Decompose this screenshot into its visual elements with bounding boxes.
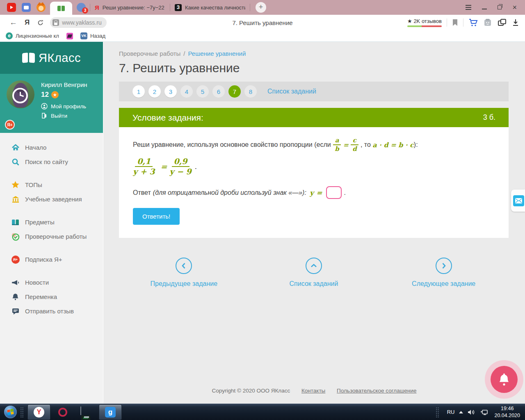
taskbar-clock[interactable]: 19:46 20.04.2020 (494, 405, 520, 419)
gmod-icon: g (105, 407, 116, 418)
answer-input[interactable] (326, 186, 342, 199)
task-8[interactable]: 8 (244, 85, 257, 98)
ya-plus-badge: Я+ (5, 120, 15, 130)
sidebar-menu: Начало Поиск по сайту ТОПы Учебные завед… (0, 133, 103, 318)
task-6[interactable]: 6 (212, 85, 225, 98)
taskbar-gmod[interactable]: g (99, 404, 122, 420)
start-button[interactable] (4, 406, 17, 418)
sidebar-item-news[interactable]: Новости (0, 275, 103, 290)
taskbar-opera-gx[interactable] (51, 404, 74, 420)
sidebar-item-feedback[interactable]: Отправить отзыв (0, 304, 103, 318)
bell-icon (498, 373, 510, 386)
tab-znanija[interactable]: З Какие качества личности (171, 4, 249, 11)
notification-bell-halo (485, 360, 523, 399)
yandex-browser-icon: Y (34, 407, 44, 418)
close-icon[interactable]: × (512, 5, 517, 10)
page-footer: Copyright © 2020 ООО ЯКласс Контакты Пол… (103, 388, 525, 394)
equation: 0,1y + 3 = 0,9y − 9 . (133, 157, 495, 177)
messenger-pinned-tab[interactable] (22, 3, 31, 12)
proportion-fraction-2: cd (351, 137, 358, 153)
subjects-icon (11, 218, 20, 226)
chevron-right-icon (441, 262, 447, 269)
bell-icon (11, 293, 19, 301)
previous-task-button[interactable]: Предыдущее задание (119, 258, 249, 288)
star-icon: ★ (407, 18, 412, 24)
services-icon[interactable] (483, 18, 492, 27)
task-2[interactable]: 2 (148, 85, 161, 98)
system-tray: RU 19:46 20.04.2020 (432, 405, 525, 419)
tray-expand-icon[interactable] (459, 411, 463, 413)
task-5[interactable]: 5 (196, 85, 209, 98)
answer-row: Ответ (для отрицательной дроби используй… (133, 186, 495, 199)
yaklass-logo[interactable]: ЯКласс (0, 42, 103, 74)
envelope-icon (515, 198, 522, 203)
profile-icon (41, 103, 48, 110)
clock-overlay-icon (12, 88, 28, 103)
cart-icon[interactable] (468, 18, 478, 27)
bookmark-flag-icon[interactable] (452, 19, 458, 26)
reviews-label: 2K отзывов (413, 18, 442, 24)
feedback-tab[interactable] (511, 189, 525, 212)
contacts-link[interactable]: Контакты (301, 388, 325, 394)
logout-link[interactable]: Выйти (41, 112, 87, 119)
bookmark-back[interactable]: VK Назад (80, 32, 105, 39)
back-icon[interactable]: ← (9, 18, 17, 27)
sidebar-item-institutions[interactable]: Учебные заведения (0, 192, 103, 206)
task-list-link[interactable]: Список заданий (267, 88, 316, 95)
user-level: 12 (41, 91, 49, 99)
fox-pinned-tab[interactable] (37, 3, 46, 12)
vk-icon: VK (80, 32, 87, 39)
sidebar-item-home[interactable]: Начало (0, 140, 103, 155)
refresh-icon[interactable] (37, 19, 44, 26)
sidebar-item-subscription[interactable]: Я+ Подписка Я+ (0, 252, 103, 267)
chat-icon (24, 6, 29, 9)
level-star-icon: ★ (51, 91, 59, 98)
sidebar-item-tests[interactable]: Проверочные работы (0, 229, 103, 244)
task-7-active[interactable]: 7 (228, 85, 241, 98)
new-tab-button[interactable]: + (256, 2, 266, 13)
next-task-button[interactable]: Следующее задание (379, 258, 509, 288)
restore-icon[interactable] (498, 5, 502, 9)
notifications-pinned-tab[interactable]: 3 (77, 3, 86, 12)
search-icon (11, 158, 20, 166)
task-list-button[interactable]: Список заданий (249, 258, 379, 288)
yandex-home-icon[interactable]: Я (25, 18, 30, 27)
sidebar-item-search[interactable]: Поиск по сайту (0, 155, 103, 169)
youtube-pinned-tab[interactable] (7, 3, 16, 12)
site-reviews[interactable]: ★ 2K отзывов (407, 18, 442, 27)
agreement-link[interactable]: Пользовательское соглашение (337, 388, 416, 394)
volume-icon[interactable] (468, 409, 475, 415)
taskbar-yandex-browser[interactable]: Y (27, 404, 50, 420)
bookmark-licensed[interactable]: e Лицензионные кл (6, 32, 59, 39)
network-icon[interactable] (480, 409, 488, 415)
task-4[interactable]: 4 (180, 85, 193, 98)
windows-logo-icon (7, 409, 14, 415)
taskbar-system-monitor[interactable]: AIM (75, 404, 98, 420)
task-1[interactable]: 1 (132, 85, 145, 98)
breadcrumb-current-link[interactable]: Решение уравнений (188, 50, 246, 57)
yaklass-active-tab[interactable] (50, 2, 72, 15)
bookmark-pink[interactable] (66, 33, 73, 39)
submit-button[interactable]: Ответить! (133, 208, 180, 225)
ya-plus-icon: Я+ (11, 256, 20, 264)
lock-icon (52, 19, 59, 26)
my-profile-link[interactable]: Мой профиль (41, 103, 87, 110)
url-field[interactable]: www.yaklass.ru (50, 17, 106, 28)
sidebar-item-tops[interactable]: ТОПы (0, 178, 103, 192)
sidebar-item-break[interactable]: Переменка (0, 290, 103, 304)
clock-time: 19:46 (494, 405, 520, 412)
browser-menu-icon[interactable] (466, 5, 471, 10)
book-logo-icon (22, 53, 35, 63)
notification-bell-button[interactable] (491, 366, 518, 393)
sidebar-item-subjects[interactable]: Предметы (0, 215, 103, 229)
task-3[interactable]: 3 (164, 85, 177, 98)
minimize-icon[interactable] (482, 9, 487, 9)
language-indicator[interactable]: RU (447, 409, 455, 415)
tab-equation[interactable]: Я Реши уравнение: −7у−22 (91, 4, 169, 11)
screen: 3 Я Реши уравнение: −7у−22 З Какие качес… (0, 0, 525, 420)
downloads-icon[interactable] (512, 18, 519, 27)
tabs-sync-icon[interactable] (497, 18, 507, 27)
avatar[interactable] (7, 80, 34, 108)
reviews-rating-bar (407, 25, 442, 27)
opera-gx-icon (58, 408, 67, 417)
